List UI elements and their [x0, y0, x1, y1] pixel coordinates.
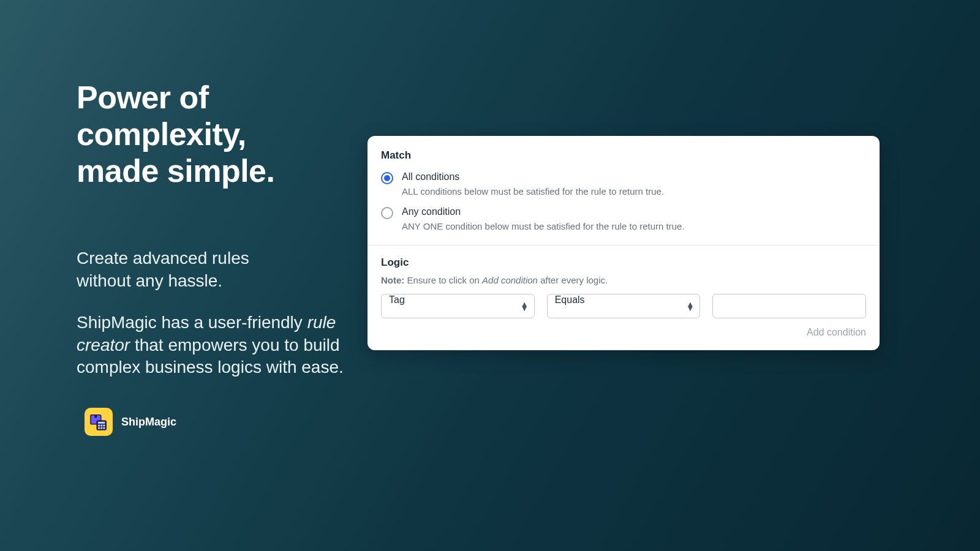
logic-title: Logic — [381, 257, 866, 269]
svg-rect-9 — [104, 427, 105, 429]
condition-operator-wrap: Equals ▲▼ — [547, 294, 701, 318]
brand-logo-icon — [85, 408, 113, 436]
svg-rect-7 — [98, 427, 100, 429]
logic-section: Logic Note: Ensure to click on Add condi… — [368, 246, 880, 350]
radio-label: Any condition — [402, 206, 866, 217]
condition-field-wrap: Tag ▲▼ — [381, 294, 535, 318]
condition-row: Tag ▲▼ Equals ▲▼ — [381, 294, 866, 318]
svg-rect-6 — [104, 425, 105, 427]
logic-note-after: after every logic. — [538, 275, 608, 285]
rule-creator-card: Match All conditions ALL conditions belo… — [368, 136, 880, 350]
radio-description: ANY ONE condition below must be satisfie… — [402, 221, 866, 231]
match-section: Match All conditions ALL conditions belo… — [368, 136, 880, 245]
svg-rect-4 — [98, 425, 100, 427]
hero-headline-line2: made simple. — [77, 153, 274, 189]
hero-copy: Power of complexity, made simple. Create… — [77, 80, 364, 378]
hero-body: ShipMagic has a user-friendly rule creat… — [77, 312, 364, 378]
logic-note-bold: Note: — [381, 275, 404, 285]
hero-lead-line2: without any hassle. — [77, 271, 222, 290]
radio-row-any-condition[interactable]: Any condition ANY ONE condition below mu… — [381, 206, 866, 231]
radio-all-conditions[interactable] — [381, 172, 393, 184]
radio-description: ALL conditions below must be satisfied f… — [402, 186, 866, 197]
match-title: Match — [381, 149, 866, 162]
hero-lead-line1: Create advanced rules — [77, 249, 249, 268]
radio-row-all-conditions[interactable]: All conditions ALL conditions below must… — [381, 171, 866, 197]
hero-headline-line1: Power of complexity, — [77, 80, 246, 152]
logic-note-em: Add condition — [482, 275, 538, 285]
svg-rect-1 — [94, 415, 97, 418]
hero-lead: Create advanced rules without any hassle… — [77, 247, 364, 292]
logic-note: Note: Ensure to click on Add condition a… — [381, 275, 866, 285]
condition-value-wrap — [712, 294, 866, 318]
condition-field-select[interactable]: Tag — [381, 294, 535, 318]
svg-rect-3 — [98, 422, 105, 424]
add-condition-button[interactable]: Add condition — [807, 327, 866, 338]
hero-headline: Power of complexity, made simple. — [77, 80, 364, 189]
logic-note-before: Ensure to click on — [404, 275, 482, 285]
brand-name: ShipMagic — [121, 416, 176, 429]
condition-operator-select[interactable]: Equals — [547, 294, 701, 318]
hero-body-prefix: ShipMagic has a user-friendly — [77, 313, 307, 332]
brand: ShipMagic — [85, 408, 176, 436]
condition-value-input[interactable] — [712, 294, 866, 318]
radio-any-condition[interactable] — [381, 207, 393, 219]
radio-label: All conditions — [402, 171, 866, 182]
svg-rect-5 — [100, 425, 102, 427]
svg-rect-8 — [100, 427, 102, 429]
